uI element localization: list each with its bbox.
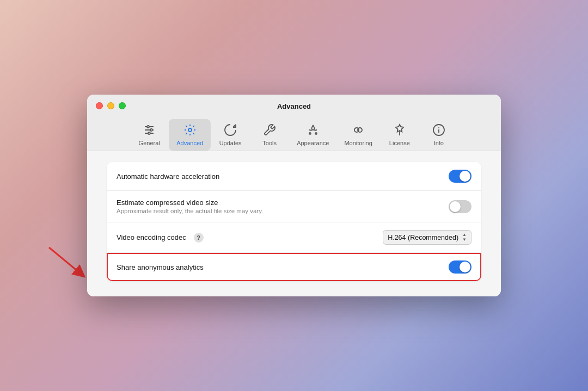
- toggle-hardware-acceleration[interactable]: [449, 170, 471, 183]
- svg-point-13: [315, 133, 317, 134]
- setting-row-compressed-video: Estimate compressed video size Approxima…: [107, 191, 481, 222]
- tab-license-label: License: [389, 140, 410, 146]
- tab-info[interactable]: Info: [419, 119, 458, 151]
- tab-updates[interactable]: Updates: [211, 119, 250, 151]
- tab-updates-label: Updates: [219, 140, 242, 146]
- window-title: Advanced: [277, 102, 311, 110]
- advanced-icon: [182, 122, 198, 138]
- appearance-icon: [305, 122, 321, 138]
- app-window: Advanced General: [87, 95, 501, 296]
- setting-label-hardware-acceleration: Automatic hardware acceleration: [117, 172, 219, 181]
- tab-monitoring[interactable]: Monitoring: [336, 119, 379, 151]
- toolbar: General Advanced: [130, 116, 458, 151]
- setting-row-video-codec: Video encoding codec ? H.264 (Recommende…: [107, 222, 481, 253]
- codec-help-button[interactable]: ?: [194, 233, 204, 243]
- toggle-analytics[interactable]: [449, 260, 471, 274]
- titlebar: Advanced General: [87, 95, 501, 151]
- minimize-button[interactable]: [107, 102, 114, 109]
- tab-advanced-label: Advanced: [176, 140, 203, 146]
- setting-label-analytics: Share anonymous analytics: [117, 263, 204, 271]
- tab-monitoring-label: Monitoring: [344, 140, 372, 146]
- setting-label-compressed-video: Estimate compressed video size Approxima…: [117, 198, 263, 214]
- svg-point-8: [147, 126, 149, 128]
- tab-appearance[interactable]: Appearance: [289, 119, 336, 151]
- window-controls: [96, 102, 126, 109]
- maximize-button[interactable]: [119, 102, 126, 109]
- license-icon: [392, 122, 407, 138]
- codec-dropdown[interactable]: H.264 (Recommended) ▲ ▼: [383, 230, 471, 245]
- svg-point-11: [188, 128, 192, 132]
- updates-icon: [223, 122, 238, 138]
- dropdown-arrows: ▲ ▼: [462, 233, 467, 242]
- svg-line-1: [49, 247, 81, 274]
- setting-codec-left: Video encoding codec ?: [117, 233, 204, 243]
- tab-info-label: Info: [434, 140, 444, 146]
- tab-general-label: General: [139, 140, 160, 146]
- codec-dropdown-value: H.264 (Recommended): [388, 234, 458, 241]
- info-icon: [431, 122, 446, 138]
- tab-tools[interactable]: Tools: [250, 119, 289, 151]
- tab-tools-label: Tools: [262, 140, 277, 146]
- tab-advanced[interactable]: Advanced: [169, 119, 211, 151]
- svg-point-10: [148, 132, 150, 134]
- tools-icon: [262, 122, 277, 138]
- monitoring-icon: [351, 122, 366, 138]
- svg-point-9: [150, 129, 152, 131]
- setting-row-hardware-acceleration: Automatic hardware acceleration: [107, 162, 481, 191]
- tab-appearance-label: Appearance: [297, 140, 329, 146]
- tab-general[interactable]: General: [130, 119, 169, 151]
- tab-license[interactable]: License: [380, 119, 419, 151]
- svg-point-12: [309, 133, 311, 134]
- settings-section: Automatic hardware acceleration Estimate…: [107, 162, 481, 281]
- close-button[interactable]: [96, 102, 103, 109]
- setting-row-analytics: Share anonymous analytics: [107, 253, 481, 281]
- settings-content: Automatic hardware acceleration Estimate…: [87, 151, 501, 296]
- general-icon: [142, 122, 157, 138]
- toggle-compressed-video[interactable]: [449, 200, 471, 213]
